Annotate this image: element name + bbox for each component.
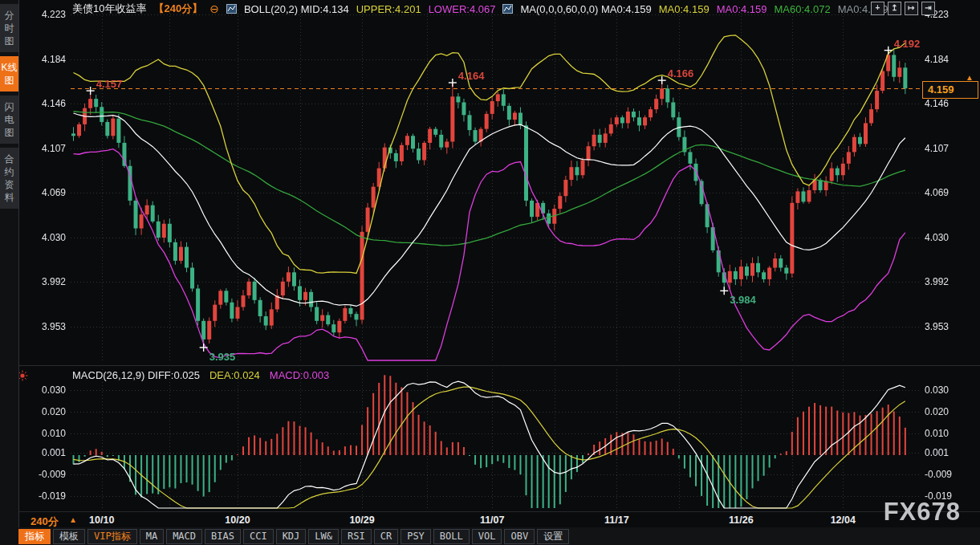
toolbar-boll-button[interactable]: BOLL [433,529,470,544]
x-axis: 240分 ▲ 10/1010/2010/2911/0711/1711/2612/… [19,511,980,529]
y-axis-label: 4.069 [925,187,974,198]
symbol-title: 美债10年收益率 [72,2,146,16]
macd-header: MACD(26,12,9) DIFF:0.025 DEA:0.024 MACD:… [72,369,329,381]
x-axis-date: 11/26 [718,514,763,526]
toolbar-cr-button[interactable]: CR [374,529,398,544]
pan-icon[interactable]: + [871,2,884,15]
toolbar-lw-button[interactable]: LW& [308,529,339,544]
toolbar-psy-button[interactable]: PSY [401,529,431,544]
boll-upper-value: UPPER:4.201 [356,3,421,15]
collapse-indicator-icon[interactable]: ⊖ [209,3,219,14]
y-axis-label: -0.019 [19,490,66,502]
go-latest-icon[interactable]: ⇥ [921,2,935,15]
sidebar: 分时图 K线图 闪电图 合约资料 [0,0,19,545]
x-axis-date: 11/17 [594,514,639,526]
toolbar-template-button[interactable]: 模板 [53,529,85,544]
y-axis-label: 0.001 [925,447,974,458]
sidebar-item-kline-chart[interactable]: K线图 [0,56,18,92]
x-axis-date: 12/04 [820,514,865,526]
macd-diff-value: MACD(26,12,9) DIFF:0.025 [72,369,200,381]
y-axis-label: 4.184 [19,54,66,65]
toolbar-cci-button[interactable]: CCI [243,529,274,544]
y-axis-label: 4.107 [925,143,974,154]
y-axis-label: 3.953 [19,321,66,332]
ma-values: MA(0,0,0,60,0,0) MA0:4.159 [520,3,651,15]
period-up-arrow-icon: ▲ [69,515,77,524]
y-axis-label: 0.030 [19,384,66,396]
boll-lower-value: LOWER:4.067 [429,3,496,15]
trading-terminal: 分时图 K线图 闪电图 合约资料 美债10年收益率 【240分】 ⊖ BOLL(… [0,0,980,545]
indicator-toolbar: 指标 模板 VIP指标 MA MACD BIAS CCI KDJ LW& RSI… [18,527,980,545]
y-axis-label: 0.010 [19,428,66,439]
toolbar-rsi-button[interactable]: RSI [341,529,372,544]
ma60-value: MA60:4.072 [775,3,831,15]
y-axis-label: 0.001 [19,447,66,458]
x-axis-date: 10/10 [79,514,124,526]
macd-hist-value: MACD:0.003 [270,369,329,381]
y-axis-label: 4.030 [925,232,974,243]
sidebar-item-lightning-chart[interactable]: 闪电图 [0,96,18,144]
y-axis-label: 4.184 [925,54,974,65]
y-axis-label: 4.223 [19,9,66,20]
ma-indicator-icon[interactable] [502,4,513,14]
x-axis-date: 10/29 [340,514,384,526]
chart-title-bar: 美债10年收益率 【240分】 ⊖ BOLL(20,2) MID:4.134 U… [72,2,889,15]
y-axis-label: -0.009 [925,469,974,480]
y-axis-label: 3.992 [19,276,66,287]
macd-dea-value: DEA:0.024 [209,369,260,381]
x-axis-date: 10/20 [215,514,260,526]
y-axis-label: 4.030 [19,232,66,243]
y-axis-label: 0.020 [925,406,974,417]
toolbar-ma-button[interactable]: MA [140,529,164,544]
sidebar-item-contract-info[interactable]: 合约资料 [0,148,18,209]
fit-vertical-icon[interactable]: ↥ [888,2,901,15]
y-axis-label: 4.107 [19,143,66,154]
y-axis-label: 0.010 [925,428,974,439]
fx678-watermark: FX678 [884,498,961,527]
toolbar-settings-button[interactable]: 设置 [537,529,569,544]
toolbar-vip-indicator-button[interactable]: VIP指标 [87,529,137,544]
autoscroll-icon[interactable]: ↦ [905,2,918,15]
toolbar-indicator-button[interactable]: 指标 [18,529,51,544]
boll-values: BOLL(20,2) MID:4.134 [244,3,349,15]
last-price-tag: 4.159 [922,81,978,99]
toolbar-obv-button[interactable]: OBV [504,529,535,544]
period-badge: 【240分】 [153,2,202,16]
chart-canvas[interactable] [0,0,980,545]
toolbar-bias-button[interactable]: BIAS [205,529,241,544]
y-axis-label: 0.020 [19,406,66,417]
toolbar-kdj-button[interactable]: KDJ [276,529,307,544]
y-axis-label: 0.030 [925,384,974,396]
ma-yellow-value: MA0:4.159 [659,3,710,15]
toolbar-vol-button[interactable]: VOL [472,529,502,544]
y-axis-label: 4.069 [19,187,66,198]
y-axis-label: -0.009 [19,469,66,480]
price-up-arrow-icon: ▲ [966,73,974,82]
ma-magenta-value: MA0:4.159 [717,3,767,15]
y-axis-label: 4.146 [925,98,974,109]
y-axis-label: 3.953 [925,321,974,332]
boll-indicator-icon[interactable] [226,4,237,14]
chart-window-icons: +↥↦⇥ [871,2,935,15]
sidebar-item-timeline-chart[interactable]: 分时图 [0,4,18,52]
toolbar-macd-button[interactable]: MACD [166,529,202,544]
y-axis-label: 3.992 [925,276,974,287]
x-axis-date: 11/07 [470,514,514,526]
y-axis-label: 4.146 [19,98,66,109]
